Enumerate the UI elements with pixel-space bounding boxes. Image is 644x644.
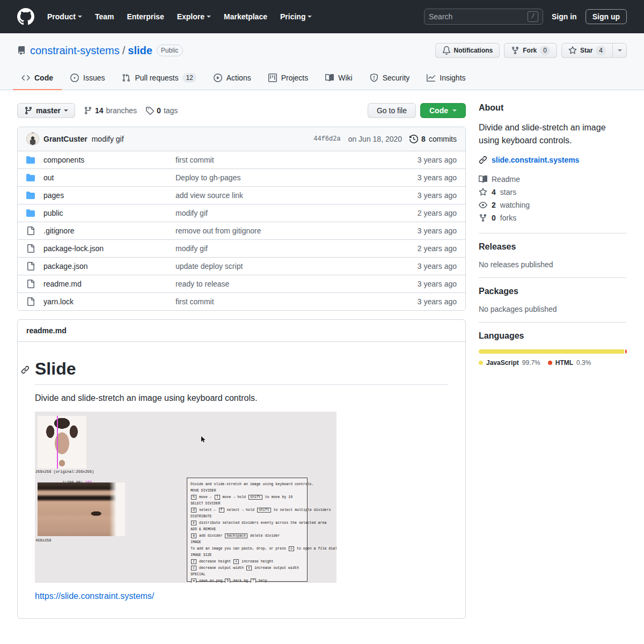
file-icon — [26, 226, 35, 235]
search-input[interactable] — [429, 12, 528, 21]
file-commit-message-link[interactable]: first commit — [175, 156, 384, 164]
language-legend-html[interactable]: HTML0.3% — [548, 359, 591, 367]
top-nav-item-enterprise[interactable]: Enterprise — [122, 10, 168, 23]
tab-issues[interactable]: Issues — [62, 68, 113, 90]
file-age-link[interactable]: 2 years ago — [392, 244, 457, 253]
tab-projects[interactable]: Projects — [260, 68, 317, 90]
file-commit-message-link[interactable]: ready to release — [175, 280, 384, 288]
keyboard-key: w — [191, 579, 196, 583]
star-button[interactable]: Star4 — [561, 43, 613, 58]
file-age-link[interactable]: 3 years ago — [392, 262, 457, 270]
tags-count-link[interactable]: 0 tags — [145, 106, 178, 115]
about-meta-item-watching[interactable]: 2watching — [479, 199, 627, 211]
sign-in-link[interactable]: Sign in — [552, 12, 577, 21]
tab-security[interactable]: Security — [361, 68, 419, 90]
commit-message-link[interactable]: modify gif — [92, 135, 124, 143]
sign-up-button[interactable]: Sign up — [586, 9, 627, 24]
sidebar: About Divide and slide-stretch an image … — [479, 103, 627, 619]
commit-hash-link[interactable]: 44f6d2a — [313, 135, 340, 143]
language-percent: 0.3% — [576, 359, 591, 367]
top-nav-item-team[interactable]: Team — [91, 10, 119, 23]
meta-label: Readme — [492, 175, 520, 184]
tab-actions[interactable]: Actions — [205, 68, 260, 90]
tab-label: Wiki — [338, 74, 352, 82]
file-name-link[interactable]: package-lock.json — [43, 244, 167, 253]
commit-author-link[interactable]: GrantCuster — [43, 135, 87, 143]
branches-count-link[interactable]: 14 branches — [84, 106, 137, 115]
file-commit-message-link[interactable]: first commit — [175, 297, 384, 306]
file-name-link[interactable]: package.json — [43, 262, 167, 270]
pr-icon — [122, 74, 130, 82]
about-title: About — [479, 103, 627, 113]
gif-help-section-heading: ADD & REMOVE — [191, 528, 304, 532]
about-meta-item-forks[interactable]: 0forks — [479, 211, 627, 224]
branch-icon — [84, 106, 92, 115]
keyboard-key: shift — [248, 495, 262, 500]
top-nav-item-pricing[interactable]: Pricing — [276, 10, 316, 23]
top-nav-item-explore[interactable]: Explore — [173, 10, 215, 23]
file-commit-message-link[interactable]: update deploy script — [175, 262, 384, 270]
tab-code[interactable]: Code — [13, 68, 62, 90]
tab-pull-requests[interactable]: Pull requests12 — [113, 68, 204, 90]
file-name-link[interactable]: readme.md — [43, 280, 167, 288]
file-name-link[interactable]: yarn.lock — [43, 297, 167, 306]
file-name-link[interactable]: components — [43, 156, 167, 164]
tab-insights[interactable]: Insights — [418, 68, 474, 90]
top-nav-item-marketplace[interactable]: Marketplace — [219, 10, 272, 23]
file-age-link[interactable]: 3 years ago — [392, 191, 457, 200]
top-nav-label: Product — [47, 12, 76, 21]
file-age-link[interactable]: 3 years ago — [392, 156, 457, 164]
table-row: readme.mdready to release3 years ago — [18, 275, 465, 292]
file-commit-message-link[interactable]: add view source link — [175, 191, 384, 200]
file-commit-message-link[interactable]: remove out from gitignore — [175, 226, 384, 235]
language-bar-segment-html — [625, 349, 627, 354]
gif-help-section-heading: SPECIAL — [191, 573, 304, 577]
readme-gif-image[interactable]: 256x256 (original:256x256) 1|200.00| 102… — [35, 412, 336, 583]
repo-action-fork-group: Fork0 — [504, 43, 557, 58]
code-download-button[interactable]: Code — [420, 103, 466, 118]
language-legend-javascript[interactable]: JavaScript99.7% — [479, 359, 540, 367]
file-commit-message-link[interactable]: modify gif — [175, 209, 384, 217]
about-meta-item-readme[interactable]: Readme — [479, 173, 627, 186]
table-row: outDeploy to gh-pages3 years ago — [18, 169, 465, 186]
readme-filename-header[interactable]: readme.md — [18, 320, 465, 342]
file-name-link[interactable]: public — [43, 209, 167, 217]
about-website-link[interactable]: slide.constraint.systems — [492, 156, 579, 164]
tab-wiki[interactable]: Wiki — [317, 68, 361, 90]
file-age-link[interactable]: 3 years ago — [392, 173, 457, 182]
repo-owner-link[interactable]: constraint-systems — [30, 45, 120, 57]
tab-count-badge: 12 — [182, 73, 196, 83]
about-section: About Divide and slide-stretch an image … — [479, 103, 627, 233]
readme-website-link[interactable]: https://slide.constraint.systems/ — [35, 591, 154, 601]
readme-body: Slide Divide and slide-stretch an image … — [18, 342, 465, 618]
branch-selector-button[interactable]: master — [17, 103, 75, 118]
file-name-link[interactable]: pages — [43, 191, 167, 200]
file-age-link[interactable]: 2 years ago — [392, 209, 457, 217]
go-to-file-button[interactable]: Go to file — [368, 103, 416, 118]
count-badge: 0 — [540, 46, 550, 55]
file-name-link[interactable]: out — [43, 173, 167, 182]
search-box[interactable]: / — [424, 9, 543, 25]
file-commit-message-link[interactable]: modify gif — [175, 244, 384, 253]
language-name: HTML — [555, 359, 573, 367]
folder-icon — [26, 156, 35, 164]
top-nav-item-product[interactable]: Product — [43, 10, 86, 23]
file-age-link[interactable]: 3 years ago — [392, 226, 457, 235]
commit-history-link[interactable]: 8 commits — [409, 135, 457, 143]
link-anchor-icon[interactable] — [21, 365, 30, 374]
fork-button[interactable]: Fork0 — [504, 43, 557, 58]
top-nav-label: Enterprise — [127, 12, 164, 21]
about-meta-item-stars[interactable]: 4stars — [479, 186, 627, 199]
table-row: package.jsonupdate deploy script3 years … — [18, 257, 465, 275]
star-dropdown-caret-button[interactable] — [613, 43, 627, 58]
file-commit-message-link[interactable]: Deploy to gh-pages — [175, 173, 384, 182]
avatar[interactable] — [26, 133, 39, 145]
file-age-link[interactable]: 3 years ago — [392, 280, 457, 288]
file-age-link[interactable]: 3 years ago — [392, 297, 457, 306]
github-logo-icon[interactable] — [17, 8, 34, 25]
file-table: GrantCuster modify gif 44f6d2a on Jun 18… — [17, 127, 466, 311]
notifications-button[interactable]: Notifications — [435, 43, 500, 58]
meta-label: stars — [500, 188, 516, 196]
repo-name-link[interactable]: slide — [128, 45, 152, 57]
file-name-link[interactable]: .gitignore — [43, 226, 167, 235]
